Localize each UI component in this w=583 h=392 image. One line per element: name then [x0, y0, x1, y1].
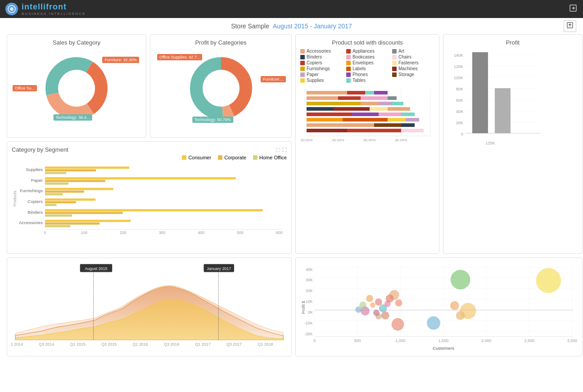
svg-text:Q3 2016: Q3 2016: [164, 342, 179, 347]
svg-rect-39: [406, 118, 419, 122]
share-icon[interactable]: [569, 4, 578, 15]
svg-rect-89: [45, 212, 122, 214]
svg-rect-20: [307, 96, 338, 100]
svg-text:40K: 40K: [456, 109, 463, 114]
logo-text: intellifront: [22, 2, 86, 12]
legend-paper: Paper: [300, 72, 343, 77]
svg-text:3,000: 3,000: [567, 338, 577, 343]
header-row: Store Sample August 2015 - January 2017: [7, 23, 576, 30]
svg-point-158: [381, 311, 389, 320]
tech-profit-label: Technology: 50.79%: [192, 117, 233, 123]
top-nav: intellifront BUSINESS INTELLIGENCE: [0, 0, 583, 18]
svg-text:Q1 2016: Q1 2016: [133, 342, 148, 347]
svg-rect-25: [361, 102, 379, 105]
legend-home-office: Home Office: [253, 155, 287, 160]
svg-rect-19: [374, 91, 388, 95]
svg-text:60.00%: 60.00%: [363, 138, 375, 142]
svg-rect-28: [307, 107, 334, 111]
svg-rect-43: [307, 129, 347, 132]
legend-machines: Machines: [392, 66, 434, 71]
svg-rect-84: [45, 193, 63, 195]
legend-supplies: Supplies: [300, 78, 343, 83]
svg-rect-86: [45, 201, 76, 203]
svg-text:Products: Products: [13, 190, 17, 207]
svg-rect-16: [307, 91, 347, 95]
export-button[interactable]: [564, 20, 576, 32]
segment-expand-icon[interactable]: ⛶: [282, 147, 287, 153]
svg-point-155: [389, 290, 399, 300]
discounts-chart: 20.00% 40.00% 60.00% 80.00%: [300, 86, 434, 145]
timeline-chart: August 2015 January 2017 Q1 2014 Q3 2014…: [11, 261, 288, 349]
svg-rect-80: [45, 180, 105, 182]
legend-art: Art: [392, 49, 434, 54]
scatter-chart: 40K 30K 20K 10K 0K -10K -20K Profit $: [300, 262, 578, 352]
legend-corporate: Corporate: [218, 155, 246, 160]
legend-copiers: Copiers: [300, 60, 343, 65]
svg-rect-29: [334, 107, 370, 111]
svg-text:Q1 2018: Q1 2018: [258, 342, 273, 347]
svg-text:Profit $: Profit $: [301, 301, 306, 314]
svg-rect-92: [45, 222, 99, 225]
legend-consumer: Consumer: [182, 155, 211, 160]
svg-rect-30: [370, 107, 388, 111]
svg-text:-10K: -10K: [304, 321, 313, 325]
legend-furnishings: Furnishings: [300, 66, 343, 71]
segment-panel: Category by Segment ⬚ ⛶ Consumer Corpora…: [7, 141, 292, 254]
svg-rect-24: [307, 102, 361, 105]
profit-panel: Profit 140K 120K 100K 80K 60K 40K 20K 0: [443, 34, 583, 254]
legend-phones: Phones: [346, 72, 389, 77]
timeline-panel: August 2015 January 2017 Q1 2014 Q3 2014…: [7, 257, 292, 356]
svg-rect-91: [45, 220, 131, 222]
profit-donut-container: Office Supplies: 42.7... Furniture:... T…: [155, 49, 287, 127]
svg-point-147: [375, 298, 382, 306]
svg-rect-66: [472, 52, 488, 133]
legend-appliances: Appliances: [346, 49, 389, 54]
svg-rect-31: [388, 107, 410, 111]
sales-by-category-title: Sales by Category: [12, 39, 141, 46]
svg-text:-20K: -20K: [304, 332, 313, 336]
svg-text:1,500: 1,500: [438, 338, 448, 343]
profit-by-categories-title: Profit by Categories: [155, 39, 287, 46]
sales-donut-container: Furniture: 32.30% Office Su... Technolog…: [12, 49, 141, 127]
svg-point-141: [536, 268, 561, 293]
svg-rect-82: [45, 188, 113, 190]
svg-text:Supplies: Supplies: [26, 167, 43, 172]
svg-point-148: [370, 302, 375, 308]
svg-rect-32: [307, 113, 352, 116]
svg-rect-67: [495, 88, 511, 133]
svg-rect-33: [352, 113, 379, 116]
svg-text:Copiers: Copiers: [27, 199, 43, 204]
svg-rect-38: [388, 118, 406, 122]
svg-point-156: [395, 299, 402, 306]
office-supplies-label: Office Su...: [13, 85, 37, 91]
svg-rect-37: [343, 118, 388, 122]
furniture-label: Furniture: 32.30%: [102, 57, 139, 63]
date-range: August 2015 - January 2017: [273, 23, 352, 30]
svg-rect-42: [401, 123, 415, 127]
svg-text:January 2017: January 2017: [207, 266, 231, 271]
svg-text:1,000: 1,000: [395, 338, 405, 343]
svg-text:10K: 10K: [306, 299, 313, 304]
svg-rect-21: [338, 96, 361, 100]
svg-rect-34: [379, 113, 401, 116]
svg-text:100K: 100K: [454, 76, 463, 80]
svg-rect-36: [307, 118, 343, 122]
segment-export-icon[interactable]: ⬚: [276, 147, 280, 153]
svg-text:Accessories: Accessories: [19, 220, 43, 225]
svg-rect-83: [45, 190, 84, 193]
legend-labels: Labels: [346, 66, 389, 71]
svg-text:500: 500: [237, 230, 244, 234]
svg-text:2,500: 2,500: [524, 338, 534, 343]
page-title: Store Sample: [231, 23, 269, 30]
svg-text:100: 100: [81, 230, 87, 234]
scatter-panel: 40K 30K 20K 10K 0K -10K -20K Profit $: [295, 257, 583, 356]
svg-rect-85: [45, 198, 95, 201]
segment-chart: Supplies Paper Furnishings Copiers Binde…: [12, 162, 287, 234]
svg-text:Furnishings: Furnishings: [20, 188, 43, 193]
legend-binders: Binders: [300, 54, 343, 59]
svg-text:0K: 0K: [308, 310, 313, 315]
svg-rect-78: [45, 172, 66, 174]
svg-rect-44: [347, 129, 401, 132]
svg-text:Paper: Paper: [31, 178, 43, 183]
svg-point-1: [10, 7, 14, 11]
